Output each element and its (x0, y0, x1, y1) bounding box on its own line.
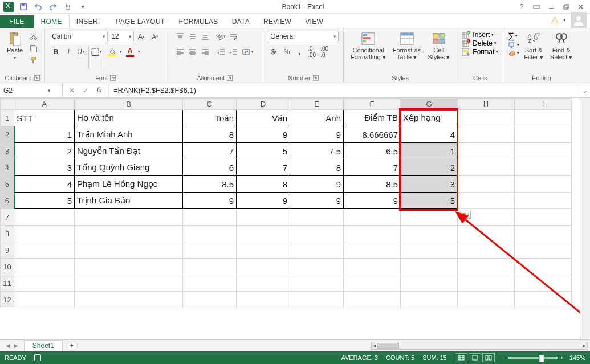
close-icon[interactable] (574, 1, 588, 13)
cell-E10[interactable] (290, 259, 344, 275)
row-header-2[interactable]: 2 (1, 126, 14, 143)
cell-A7[interactable] (14, 209, 75, 226)
decrease-indent-icon[interactable] (215, 46, 227, 58)
cell-D5[interactable]: 8 (237, 176, 290, 193)
cell-C8[interactable] (183, 226, 237, 242)
cell-G7[interactable] (401, 209, 458, 226)
user-avatar-icon[interactable] (571, 12, 587, 28)
insert-function-icon[interactable]: fx (92, 85, 106, 96)
redo-icon[interactable] (47, 1, 59, 13)
cell-F9[interactable] (344, 242, 401, 259)
restore-icon[interactable] (559, 1, 573, 13)
col-header-C[interactable]: C (183, 99, 237, 110)
conditional-formatting-button[interactable]: ConditionalFormatting ▾ (348, 31, 388, 62)
cell-I9[interactable] (515, 242, 572, 259)
cell-A11[interactable] (14, 275, 75, 292)
cell-B11[interactable] (75, 275, 183, 292)
row-header-12[interactable]: 12 (1, 292, 14, 308)
cell-I10[interactable] (515, 259, 572, 275)
expand-formula-bar-icon[interactable]: ⌄ (579, 83, 590, 97)
align-center-icon[interactable] (186, 46, 199, 58)
accounting-format-icon[interactable]: $▾ (268, 46, 280, 58)
cell-F10[interactable] (344, 259, 401, 275)
align-middle-icon[interactable] (186, 31, 199, 42)
row-header-9[interactable]: 9 (1, 242, 14, 259)
page-layout-view-icon[interactable] (469, 353, 481, 362)
cell-A2[interactable]: 1 (14, 126, 75, 143)
cell-C6[interactable]: 9 (183, 193, 237, 209)
col-header-A[interactable]: A (14, 99, 75, 110)
row-header-3[interactable]: 3 (1, 143, 14, 159)
cell-C1[interactable]: Toán (183, 110, 237, 126)
cell-H9[interactable] (458, 242, 515, 259)
clipboard-launcher-icon[interactable]: ⬊ (34, 75, 40, 81)
fill-button[interactable]: ▾ (508, 42, 519, 48)
sort-filter-button[interactable]: AZ Sort &Filter ▾ (522, 31, 546, 62)
format-painter-icon[interactable] (27, 55, 40, 66)
col-header-G[interactable]: G (401, 99, 458, 110)
vertical-scrollbar[interactable] (580, 98, 590, 339)
cell-B12[interactable] (75, 292, 183, 308)
number-format-select[interactable]: General▾ (268, 31, 339, 42)
cell-A10[interactable] (14, 259, 75, 275)
cell-G1[interactable]: Xếp hạng (401, 110, 458, 126)
format-as-table-button[interactable]: Format asTable ▾ (390, 31, 424, 62)
cell-I12[interactable] (515, 292, 572, 308)
cell-D4[interactable]: 7 (237, 159, 290, 176)
cell-B10[interactable] (75, 259, 183, 275)
row-header-10[interactable]: 10 (1, 259, 14, 275)
cell-D12[interactable] (237, 292, 290, 308)
row-header-4[interactable]: 4 (1, 159, 14, 176)
cell-G3[interactable]: 1 (401, 143, 458, 159)
cell-H1[interactable] (458, 110, 515, 126)
qat-more-icon[interactable]: ▾ (76, 1, 89, 13)
cell-H6[interactable] (458, 193, 515, 209)
cell-F2[interactable]: 8.666667 (344, 126, 401, 143)
cell-F8[interactable] (344, 226, 401, 242)
cell-A4[interactable]: 3 (14, 159, 75, 176)
cell-H2[interactable] (458, 126, 515, 143)
autofill-options-icon[interactable]: ▦⁺ (461, 211, 471, 219)
row-header-1[interactable]: 1 (1, 110, 14, 126)
cell-D7[interactable] (237, 209, 290, 226)
name-box-input[interactable] (0, 87, 44, 95)
sheet-tab-active[interactable]: Sheet1 (24, 340, 63, 351)
tab-view[interactable]: VIEW (298, 15, 330, 28)
alignment-launcher-icon[interactable]: ⬊ (227, 75, 233, 81)
cell-G6[interactable]: 5 (401, 193, 458, 209)
cell-D1[interactable]: Văn (237, 110, 290, 126)
cell-C9[interactable] (183, 242, 237, 259)
help-icon[interactable]: ? (515, 1, 528, 13)
cell-B7[interactable] (75, 209, 183, 226)
align-right-icon[interactable] (199, 46, 211, 58)
cell-I1[interactable] (515, 110, 572, 126)
cell-B6[interactable]: Trịnh Gia Bảo (75, 193, 183, 209)
fill-color-icon[interactable] (105, 46, 118, 58)
align-top-icon[interactable] (174, 31, 186, 42)
col-header-I[interactable]: I (515, 99, 572, 110)
align-left-icon[interactable] (174, 46, 186, 58)
spreadsheet-grid[interactable]: ABCDEFGHI1STTHọ và tênToánVănAnhĐiểm TBX… (0, 98, 572, 308)
cell-I2[interactable] (515, 126, 572, 143)
cell-D6[interactable]: 9 (237, 193, 290, 209)
page-break-view-icon[interactable] (482, 353, 495, 362)
cell-I7[interactable] (515, 209, 572, 226)
cell-G10[interactable] (401, 259, 458, 275)
cell-E5[interactable]: 9 (290, 176, 344, 193)
insert-cells-button[interactable]: +Insert ▾ (462, 31, 494, 39)
cell-D11[interactable] (237, 275, 290, 292)
cell-E4[interactable]: 8 (290, 159, 344, 176)
cell-E12[interactable] (290, 292, 344, 308)
cell-styles-button[interactable]: CellStyles ▾ (425, 31, 452, 62)
row-header-8[interactable]: 8 (1, 226, 14, 242)
cell-B8[interactable] (75, 226, 183, 242)
find-select-button[interactable]: Find &Select ▾ (548, 31, 575, 62)
ribbon-display-icon[interactable] (530, 1, 543, 13)
cell-F7[interactable] (344, 209, 401, 226)
row-header-11[interactable]: 11 (1, 275, 14, 292)
percent-format-icon[interactable]: % (280, 46, 293, 58)
tab-insert[interactable]: INSERT (70, 15, 109, 28)
cell-A6[interactable]: 5 (14, 193, 75, 209)
cell-D8[interactable] (237, 226, 290, 242)
cell-G5[interactable]: 3 (401, 176, 458, 193)
